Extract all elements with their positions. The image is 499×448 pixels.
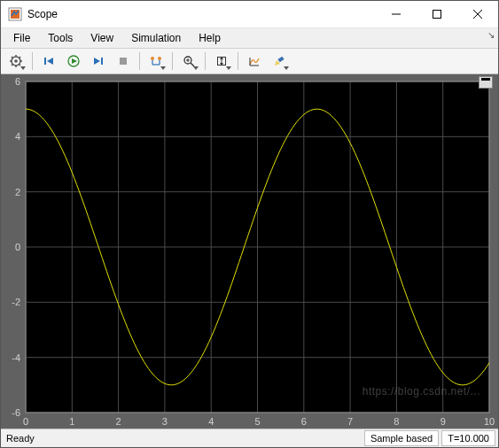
- status-mode: Sample based: [364, 430, 439, 446]
- svg-marker-20: [94, 58, 100, 65]
- scope-chart: 012345678910-6-4-20246: [1, 74, 498, 429]
- svg-text:6: 6: [301, 416, 307, 427]
- zoom-icon[interactable]: [177, 50, 200, 72]
- svg-line-13: [19, 65, 20, 66]
- svg-line-14: [19, 57, 20, 58]
- step-back-icon[interactable]: [37, 50, 60, 72]
- menubar: File Tools View Simulation Help ↘: [1, 28, 498, 49]
- triggers-icon[interactable]: [144, 50, 168, 72]
- svg-marker-17: [47, 58, 53, 65]
- toolbar-separator: [32, 52, 33, 70]
- cursor-measurements-icon[interactable]: [243, 50, 266, 72]
- titlebar: Scope: [1, 1, 498, 28]
- svg-text:1: 1: [69, 416, 74, 427]
- svg-marker-19: [72, 58, 77, 64]
- svg-rect-21: [101, 58, 103, 65]
- toolbar-separator: [238, 52, 238, 70]
- svg-text:-2: -2: [12, 297, 20, 307]
- svg-text:6: 6: [15, 76, 20, 87]
- svg-point-23: [151, 57, 154, 60]
- maximize-button[interactable]: [417, 1, 457, 27]
- svg-text:4: 4: [15, 131, 20, 142]
- step-forward-icon[interactable]: [87, 50, 110, 72]
- close-button[interactable]: [457, 1, 498, 27]
- svg-text:4: 4: [208, 416, 214, 427]
- window-title: Scope: [27, 8, 58, 20]
- configuration-gear-icon[interactable]: [4, 50, 27, 72]
- toolbar-separator: [205, 52, 206, 70]
- stop-icon[interactable]: [112, 50, 135, 72]
- svg-rect-22: [120, 58, 127, 65]
- svg-text:-6: -6: [12, 407, 20, 418]
- svg-text:9: 9: [441, 416, 446, 427]
- toolbar-separator: [172, 52, 173, 70]
- status-time: T=10.000: [441, 430, 495, 446]
- statusbar: Ready Sample based T=10.000: [1, 429, 498, 447]
- svg-text:10: 10: [484, 416, 495, 427]
- svg-text:-4: -4: [12, 352, 20, 363]
- svg-text:8: 8: [394, 416, 399, 427]
- svg-text:7: 7: [347, 416, 353, 427]
- toolbar-separator: [139, 52, 140, 70]
- svg-text:0: 0: [23, 416, 28, 427]
- app-icon: [8, 7, 22, 21]
- scope-window: Scope File Tools View Simulation Help ↘: [0, 0, 499, 448]
- svg-point-24: [158, 57, 161, 60]
- svg-rect-16: [44, 58, 46, 65]
- markup-icon[interactable]: [268, 50, 291, 72]
- status-ready: Ready: [1, 433, 364, 444]
- minimize-button[interactable]: [376, 1, 417, 27]
- svg-text:3: 3: [162, 416, 168, 427]
- svg-text:2: 2: [116, 416, 121, 427]
- toolbar: [1, 49, 498, 74]
- menu-file[interactable]: File: [4, 30, 39, 46]
- menu-view[interactable]: View: [82, 30, 122, 46]
- svg-text:2: 2: [15, 187, 20, 197]
- menu-help[interactable]: Help: [190, 30, 230, 46]
- autoscale-icon[interactable]: [210, 50, 233, 72]
- svg-rect-3: [433, 11, 441, 19]
- dock-pin-icon[interactable]: ↘: [487, 30, 495, 40]
- menu-tools[interactable]: Tools: [39, 30, 82, 46]
- svg-text:5: 5: [254, 416, 260, 427]
- plot-area[interactable]: 012345678910-6-4-20246 https://blog.csdn…: [1, 74, 498, 429]
- svg-line-15: [12, 65, 12, 66]
- svg-point-7: [14, 59, 18, 63]
- svg-line-12: [12, 57, 12, 58]
- menu-simulation[interactable]: Simulation: [122, 30, 190, 46]
- svg-text:0: 0: [15, 242, 20, 252]
- plot-maximize-icon[interactable]: [479, 76, 493, 89]
- run-icon[interactable]: [62, 50, 85, 72]
- svg-rect-39: [277, 57, 284, 63]
